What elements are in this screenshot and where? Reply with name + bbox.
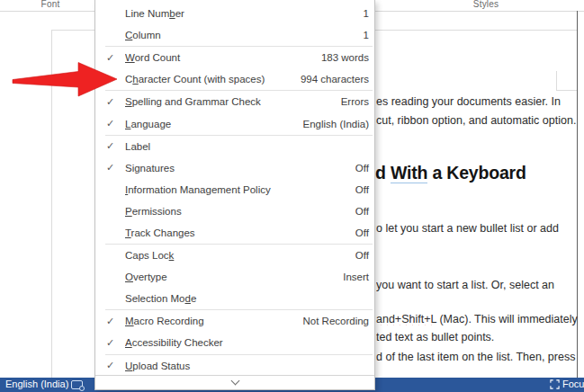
macro-dot-icon: [79, 386, 85, 391]
menu-item-signatures[interactable]: ✓ Signatures Off: [95, 157, 374, 179]
menu-item-value: Not Recording: [302, 316, 369, 326]
menu-item-track-changes[interactable]: Track Changes Off: [95, 222, 374, 244]
checkmark-icon: ✓: [106, 96, 125, 108]
menu-item-label[interactable]: ✓ Label: [95, 136, 374, 157]
checkmark-icon: ✓: [106, 316, 125, 327]
menu-item-value: 1: [364, 8, 369, 19]
document-text-line: cut, ribbon option, and automatic option…: [376, 114, 578, 127]
document-text-line: o let you start a new bullet list or add: [376, 222, 578, 235]
menu-item-language[interactable]: ✓ Language English (India): [95, 112, 374, 134]
checkmark-icon: ✓: [106, 118, 125, 129]
menu-item-value: Off: [355, 184, 369, 195]
menu-item-permissions[interactable]: Permissions Off: [95, 200, 374, 222]
focus-icon: [550, 379, 560, 389]
document-text-line: you want to start a list. Or, select an: [376, 279, 578, 291]
menu-item-value: English (India): [302, 119, 369, 129]
menu-item-overtype[interactable]: Overtype Insert: [95, 266, 374, 288]
menu-item-word-count[interactable]: ✓ Word Count 183 words: [95, 47, 374, 68]
ribbon-group-label-font: Font: [0, 0, 101, 9]
customize-status-bar-menu: Line Number 1 Column 1 ✓ Word Count 183 …: [94, 0, 375, 390]
document-text-line: and+Shift+L (Mac). This will immediately: [376, 313, 578, 325]
menu-item-value: 994 characters: [301, 74, 369, 85]
menu-item-selection-mode[interactable]: Selection Mode: [95, 288, 374, 309]
macro-recording-icon[interactable]: [71, 380, 83, 389]
menu-item-macro-recording[interactable]: ✓ Macro Recording Not Recording: [95, 310, 374, 332]
menu-item-accessibility-checker[interactable]: ✓ Accessibility Checker: [95, 332, 374, 353]
ribbon-group-label-styles: Styles: [387, 0, 584, 9]
document-text-line: ted text as bullet points.: [376, 331, 578, 343]
menu-item-value: Insert: [343, 272, 369, 282]
decorative-corner: [556, 71, 578, 91]
checkmark-icon: ✓: [106, 162, 125, 174]
checkmark-icon: ✓: [106, 337, 125, 349]
menu-item-character-count[interactable]: Character Count (with spaces) 994 charac…: [95, 68, 374, 90]
menu-item-value: 1: [364, 30, 369, 40]
menu-item-column[interactable]: Column 1: [95, 24, 374, 46]
menu-item-value: 183 words: [321, 52, 369, 63]
chevron-down-icon: [230, 377, 239, 386]
menu-item-upload-status[interactable]: ✓ Upload Status: [95, 355, 374, 377]
menu-item-spelling-grammar[interactable]: ✓ Spelling and Grammar Check Errors: [95, 91, 374, 112]
menu-item-value: Off: [355, 163, 369, 174]
menu-item-caps-lock[interactable]: Caps Lock Off: [95, 245, 374, 266]
menu-scroll-down[interactable]: [95, 375, 374, 389]
menu-rows: Line Number 1 Column 1 ✓ Word Count 183 …: [95, 3, 374, 377]
status-language[interactable]: English (India): [5, 379, 68, 389]
menu-item-line-number[interactable]: Line Number 1: [95, 3, 374, 24]
menu-item-value: Errors: [341, 96, 369, 107]
checkmark-icon: ✓: [106, 140, 125, 152]
checkmark-icon: ✓: [106, 52, 125, 64]
document-heading: d With a Keyboard: [375, 163, 578, 183]
focus-button[interactable]: Focus: [550, 379, 584, 389]
grammar-underline: With: [391, 163, 427, 183]
menu-item-information-management-policy[interactable]: Information Management Policy Off: [95, 179, 374, 200]
menu-item-value: Off: [355, 206, 369, 217]
menu-item-value: Off: [355, 250, 369, 261]
document-text-line: d of the last item on the list. Then, pr…: [376, 351, 578, 363]
checkmark-icon: ✓: [106, 360, 125, 371]
document-text-line: es reading your documents easier. In: [376, 95, 578, 108]
menu-item-value: Off: [355, 227, 369, 238]
spelling-underline: and+Shift+L: [376, 313, 436, 325]
page-border-left: [51, 30, 52, 378]
grammar-underline: Or,: [491, 279, 507, 291]
